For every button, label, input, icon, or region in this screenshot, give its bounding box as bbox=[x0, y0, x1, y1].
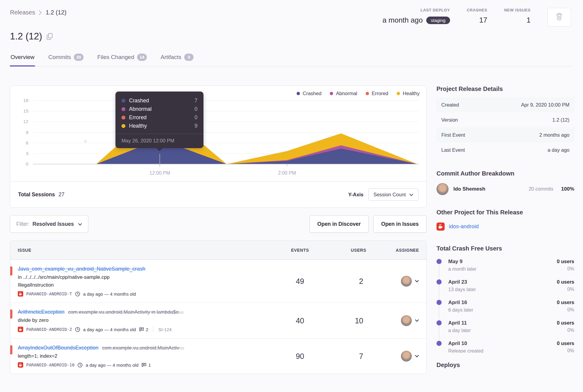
legend-dot bbox=[366, 92, 369, 95]
issue-link[interactable]: ArithmeticException bbox=[18, 309, 65, 315]
events-count: 90 bbox=[258, 352, 309, 361]
legend-dot bbox=[330, 92, 333, 95]
chevron-down-icon bbox=[409, 192, 413, 198]
breadcrumb-current: 1.2 (12) bbox=[46, 9, 66, 16]
issue-message: length=1; index=2 bbox=[18, 353, 258, 359]
tab-files-changed[interactable]: Files Changed 14 bbox=[97, 53, 147, 66]
chevron-down-icon bbox=[78, 221, 82, 227]
sidebar: Project Release Details Created Apr 9, 2… bbox=[436, 86, 574, 369]
delete-release-button[interactable] bbox=[547, 8, 571, 26]
legend-item-abnormal[interactable]: Abnormal bbox=[330, 91, 357, 96]
kv-row-first-event: First Event 2 months ago bbox=[436, 127, 574, 142]
new-issues-value: 1 bbox=[504, 16, 531, 24]
timeline-dot-icon bbox=[436, 279, 442, 285]
unhandled-indicator bbox=[10, 266, 12, 275]
users-count: 10 bbox=[309, 316, 366, 325]
issue-location: in ../../../../src/main/cpp/native-sampl… bbox=[18, 274, 258, 280]
project-slug: PARANOID-ANDROID-Z bbox=[26, 327, 72, 332]
issue-age: a day ago — 4 months old bbox=[86, 362, 138, 368]
users-count: 7 bbox=[309, 352, 366, 361]
other-project-link[interactable]: idos-android bbox=[449, 223, 479, 230]
java-platform-icon bbox=[18, 362, 23, 368]
kv-row-last-event: Last Event a day ago bbox=[436, 142, 574, 157]
issue-type: IllegalInstruction bbox=[18, 282, 258, 288]
legend-dot bbox=[297, 92, 300, 95]
comment-icon bbox=[141, 362, 147, 367]
issue-age: a day ago — 4 months old bbox=[83, 291, 136, 297]
chevron-down-icon[interactable] bbox=[415, 280, 419, 283]
svg-text:2:00 PM: 2:00 PM bbox=[278, 170, 296, 176]
users-count: 2 bbox=[309, 277, 366, 286]
tab-commits[interactable]: Commits 20 bbox=[48, 53, 84, 66]
tooltip-dot bbox=[121, 107, 125, 111]
issues-table: ISSUE EVENTS USERS ASSIGNEE Java_com_exa… bbox=[10, 241, 427, 374]
total-sessions-value: 27 bbox=[58, 191, 64, 198]
author-percent: 100% bbox=[561, 186, 574, 192]
chevron-down-icon[interactable] bbox=[415, 355, 419, 358]
section-heading: Commit Author Breakdown bbox=[436, 170, 574, 177]
chart-legend: Crashed Abnormal Errored Healthy bbox=[297, 91, 420, 96]
svg-text:0: 0 bbox=[26, 161, 28, 166]
stat-new-issues: NEW ISSUES 1 bbox=[504, 8, 531, 24]
yaxis-select[interactable]: Session Count bbox=[368, 188, 418, 201]
tooltip-dot bbox=[121, 116, 125, 120]
issue-ref: SI-124 bbox=[158, 327, 172, 332]
events-count: 49 bbox=[258, 277, 309, 286]
timeline-item: April 23 13 days later 0 users 0% bbox=[436, 279, 574, 292]
timeline-dot-icon bbox=[436, 341, 442, 346]
assignee-avatar[interactable] bbox=[401, 315, 412, 326]
section-heading: Total Crash Free Users bbox=[436, 245, 574, 252]
table-row: ArrayIndexOutOfBoundsExceptioncom.exampl… bbox=[10, 338, 426, 374]
issue-message: divide by zero bbox=[18, 317, 258, 323]
chevron-down-icon[interactable] bbox=[415, 319, 419, 322]
svg-text:9: 9 bbox=[26, 130, 28, 135]
timeline-dot-icon bbox=[436, 320, 442, 325]
crash-free-section: Total Crash Free Users May 9 a month lat… bbox=[436, 245, 574, 354]
author-name: Ido Shemesh bbox=[453, 186, 529, 192]
java-platform-icon bbox=[18, 327, 23, 332]
svg-text:0: 0 bbox=[84, 139, 87, 144]
svg-text:15: 15 bbox=[23, 108, 28, 114]
legend-item-healthy[interactable]: Healthy bbox=[397, 91, 420, 96]
comment-count: 1 bbox=[148, 362, 151, 368]
stat-last-deploy: LAST DEPLOY a month ago staging bbox=[383, 8, 450, 24]
tab-bar: Overview Commits 20 Files Changed 14 Art… bbox=[10, 53, 573, 67]
open-in-issues-button[interactable]: Open in Issues bbox=[373, 215, 427, 233]
issues-filter-select[interactable]: Filter: Resolved Issues bbox=[10, 215, 88, 233]
svg-text:6: 6 bbox=[26, 140, 28, 145]
events-count: 40 bbox=[258, 316, 309, 325]
assignee-avatar[interactable] bbox=[401, 276, 412, 287]
tab-artifacts[interactable]: Artifacts 0 bbox=[160, 53, 194, 66]
svg-text:3: 3 bbox=[26, 151, 28, 156]
author-avatar bbox=[436, 183, 449, 195]
commit-author-section: Commit Author Breakdown Ido Shemesh 20 c… bbox=[436, 170, 574, 195]
legend-item-crashed[interactable]: Crashed bbox=[297, 91, 321, 96]
tooltip-dot bbox=[121, 99, 125, 103]
tab-overview[interactable]: Overview bbox=[10, 53, 35, 66]
legend-dot bbox=[397, 92, 400, 95]
trash-icon bbox=[556, 13, 563, 22]
sessions-area-chart: 036912151812:00 PM2:00 PM0 bbox=[10, 86, 427, 185]
filter-row: Filter: Resolved Issues Open in Discover… bbox=[10, 215, 427, 233]
kv-row-version: Version 1.2 (12) bbox=[436, 112, 574, 127]
section-heading: Project Release Details bbox=[436, 86, 574, 92]
timeline-dot-icon bbox=[436, 259, 442, 264]
author-row: Ido Shemesh 20 commits 100% bbox=[436, 183, 574, 195]
issue-link[interactable]: Java_com_example_vu_android_NativeSample… bbox=[18, 266, 145, 272]
issue-link[interactable]: ArrayIndexOutOfBoundsException bbox=[18, 345, 99, 351]
main-column: 036912151812:00 PM2:00 PM0 Crashed Abnor… bbox=[10, 86, 427, 374]
legend-item-errored[interactable]: Errored bbox=[366, 91, 388, 96]
timeline-item: April 11 a day later 0 users 0% bbox=[436, 320, 574, 333]
deploys-heading: Deploys bbox=[436, 362, 574, 369]
copy-icon[interactable] bbox=[46, 33, 53, 40]
release-details-section: Project Release Details Created Apr 9, 2… bbox=[436, 86, 574, 157]
clock-icon bbox=[75, 291, 80, 297]
other-project-section: Other Project for This Release idos-andr… bbox=[436, 209, 574, 231]
release-overview-page: Releases 1.2 (12) LAST DEPLOY a month ag… bbox=[0, 0, 583, 392]
breadcrumb-releases-link[interactable]: Releases bbox=[10, 9, 35, 16]
chart-footer: Total Sessions 27 Y-Axis Session Count bbox=[10, 181, 426, 207]
open-in-discover-button[interactable]: Open in Discover bbox=[310, 215, 369, 233]
assignee-avatar[interactable] bbox=[401, 351, 412, 362]
section-heading: Other Project for This Release bbox=[436, 209, 574, 216]
breadcrumb: Releases 1.2 (12) bbox=[10, 9, 66, 16]
